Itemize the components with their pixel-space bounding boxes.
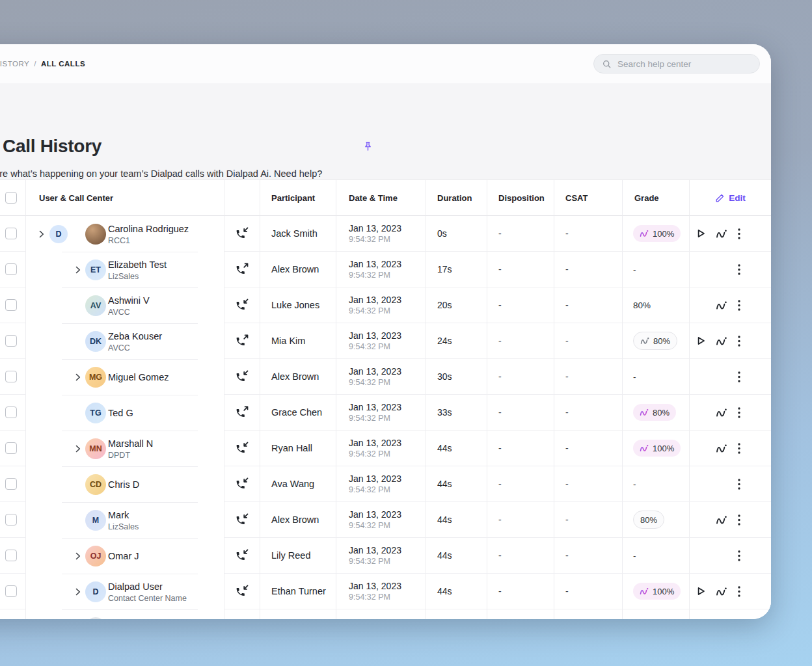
participant-cell: Alex Brown [260, 252, 336, 287]
more-options-button[interactable] [738, 264, 740, 275]
expand-row-button[interactable] [75, 552, 81, 560]
disposition-cell: - [487, 538, 554, 574]
user-cell: MGMiguel Gomez [26, 359, 224, 395]
pin-button[interactable] [359, 138, 376, 155]
row-checkbox-cell [0, 287, 26, 323]
expand-row-button[interactable] [39, 230, 44, 238]
call-row[interactable]: TGTed GGrace ChenJan 13, 20239:54:32 PM3… [0, 395, 771, 431]
col-header-grade[interactable]: Grade [623, 180, 690, 216]
expand-row-button[interactable] [75, 445, 81, 453]
play-recording-button[interactable] [696, 228, 706, 239]
col-header-datetime[interactable]: Date & Time [336, 180, 426, 216]
more-options-button[interactable] [738, 300, 740, 311]
actions-cell [690, 609, 771, 619]
more-options-button[interactable] [738, 586, 740, 597]
call-row[interactable]: OJOmar JLily ReedJan 13, 20239:54:32 PM4… [0, 538, 771, 574]
play-recording-button[interactable] [696, 586, 706, 596]
user-cell: OJOmar J [26, 538, 224, 574]
table-body: DCarolina RodriguezRCC1Jack SmithJan 13,… [0, 216, 771, 619]
row-checkbox[interactable] [5, 263, 17, 275]
expand-row-button[interactable] [75, 588, 81, 596]
more-options-button[interactable] [738, 336, 740, 347]
expand-chevron-icon [75, 445, 81, 453]
call-direction-cell [224, 252, 260, 287]
participant-cell [260, 609, 336, 619]
ai-transcript-button[interactable] [716, 444, 728, 453]
user-name: Dialpad User [108, 581, 163, 591]
call-row[interactable]: ETElizabeth TestLizSalesAlex BrownJan 13… [0, 252, 771, 287]
call-row[interactable]: AVAshwini VAVCCLuke JonesJan 13, 20239:5… [0, 287, 771, 323]
call-time: 9:54:32 PM [349, 234, 390, 245]
call-date: Jan 13, 2023 [349, 366, 401, 377]
outgoing-call-icon [235, 405, 249, 420]
expand-row-button[interactable] [75, 373, 81, 381]
col-header-user[interactable]: User & Call Center [26, 180, 224, 216]
call-row[interactable]: DKZeba KouserAVCCMia KimJan 13, 20239:54… [0, 323, 771, 359]
call-date: Jan 13, 2023 [349, 580, 401, 592]
row-checkbox[interactable] [5, 228, 17, 239]
more-options-button[interactable] [738, 550, 740, 561]
call-row[interactable]: MGMiguel GomezAlex BrownJan 13, 20239:54… [0, 359, 771, 395]
ai-transcript-button[interactable] [716, 515, 728, 525]
ai-transcript-button[interactable] [716, 336, 728, 346]
disposition-cell: - [487, 431, 554, 466]
kebab-menu-icon [738, 300, 740, 311]
kebab-menu-icon [738, 479, 740, 490]
col-header-csat[interactable]: CSAT [554, 180, 623, 216]
col-header-disposition[interactable]: Disposition [487, 180, 554, 216]
call-direction-cell [224, 609, 260, 619]
pencil-icon [715, 193, 725, 203]
user-cell: DDialpad User [26, 609, 224, 619]
col-header-duration[interactable]: Duration [426, 180, 487, 216]
csat-cell: - [554, 538, 623, 574]
row-checkbox[interactable] [5, 550, 17, 561]
row-checkbox[interactable] [5, 406, 17, 418]
call-row[interactable]: DCarolina RodriguezRCC1Jack SmithJan 13,… [0, 216, 771, 252]
col-header-participant[interactable]: Participant [260, 180, 336, 216]
ai-transcript-button[interactable] [716, 408, 728, 418]
help-center-search[interactable] [593, 54, 760, 73]
more-options-button[interactable] [738, 443, 740, 454]
call-row[interactable]: DDialpad UserContact Center NameEthan Tu… [0, 574, 771, 609]
more-options-button[interactable] [738, 371, 740, 382]
call-row[interactable]: DDialpad UserJan 13, 2023 [0, 609, 771, 619]
call-row[interactable]: MNMarshall NDPDTRyan HallJan 13, 20239:5… [0, 431, 771, 466]
grade-value: 100% [653, 587, 674, 596]
kebab-menu-icon [738, 371, 740, 382]
help-center-search-input[interactable] [616, 59, 751, 70]
expand-chevron-icon [75, 588, 81, 596]
kebab-menu-icon [738, 228, 740, 239]
row-checkbox[interactable] [5, 371, 17, 382]
row-checkbox[interactable] [5, 478, 17, 490]
ai-transcript-button[interactable] [716, 587, 728, 596]
row-checkbox[interactable] [5, 514, 17, 526]
breadcrumb-history[interactable]: HISTORY [0, 60, 29, 68]
kebab-menu-icon [738, 550, 740, 561]
breadcrumb-all-calls[interactable]: ALL CALLS [41, 60, 85, 68]
row-checkbox[interactable] [5, 442, 17, 454]
call-date: Jan 13, 2023 [349, 294, 401, 306]
edit-columns-button[interactable]: Edit [715, 193, 746, 203]
search-icon [602, 59, 612, 69]
csat-cell: - [554, 431, 623, 466]
user-initials-avatar: TG [85, 403, 106, 423]
call-row[interactable]: CDChris DAva WangJan 13, 20239:54:32 PM4… [0, 466, 771, 502]
more-options-button[interactable] [738, 479, 740, 490]
play-recording-button[interactable] [696, 336, 706, 346]
kebab-menu-icon [738, 514, 740, 526]
select-all-checkbox[interactable] [5, 192, 17, 204]
row-checkbox[interactable] [5, 335, 17, 347]
datetime-cell: Jan 13, 20239:54:32 PM [336, 466, 426, 502]
row-checkbox[interactable] [5, 299, 17, 311]
row-checkbox[interactable] [5, 585, 17, 597]
more-options-button[interactable] [738, 228, 740, 239]
expand-row-button[interactable] [75, 266, 81, 274]
call-time: 9:54:32 PM [349, 341, 390, 352]
more-options-button[interactable] [738, 407, 740, 418]
grade-value: 80% [653, 408, 670, 418]
call-time: 9:54:32 PM [349, 449, 390, 459]
call-row[interactable]: MMarkLizSalesAlex BrownJan 13, 20239:54:… [0, 502, 771, 538]
ai-transcript-button[interactable] [716, 229, 728, 239]
ai-transcript-button[interactable] [716, 300, 728, 310]
more-options-button[interactable] [738, 514, 740, 526]
